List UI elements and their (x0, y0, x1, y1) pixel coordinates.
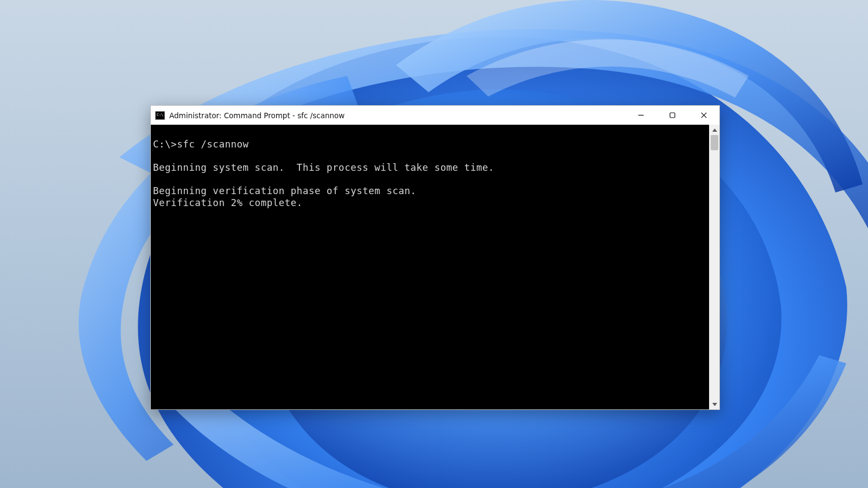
close-icon (701, 112, 707, 118)
maximize-button[interactable] (656, 106, 688, 125)
scroll-down-arrow-icon (712, 403, 717, 406)
scroll-track[interactable] (710, 135, 719, 399)
console-line: Beginning verification phase of system s… (153, 185, 417, 196)
console-line: Beginning system scan. This process will… (153, 162, 494, 173)
scroll-down-button[interactable] (710, 399, 719, 409)
scroll-up-button[interactable] (710, 125, 719, 135)
cmd-prompt-icon (155, 111, 165, 120)
close-button[interactable] (688, 106, 719, 125)
console-output[interactable]: C:\>sfc /scannow Beginning system scan. … (151, 125, 709, 409)
console-line: Verification 2% complete. (153, 197, 303, 208)
window-controls (625, 106, 719, 125)
svg-rect-2 (670, 113, 675, 118)
vertical-scrollbar[interactable] (709, 125, 719, 409)
console-client-area: C:\>sfc /scannow Beginning system scan. … (151, 125, 719, 409)
minimize-icon (638, 112, 644, 118)
window-title: Administrator: Command Prompt - sfc /sca… (169, 111, 625, 120)
window-titlebar[interactable]: Administrator: Command Prompt - sfc /sca… (151, 106, 719, 125)
scroll-up-arrow-icon (712, 129, 717, 132)
maximize-icon (669, 112, 675, 118)
minimize-button[interactable] (625, 106, 656, 125)
scroll-thumb[interactable] (711, 135, 718, 150)
command-prompt-window: Administrator: Command Prompt - sfc /sca… (150, 105, 720, 410)
console-line: C:\>sfc /scannow (153, 139, 249, 150)
